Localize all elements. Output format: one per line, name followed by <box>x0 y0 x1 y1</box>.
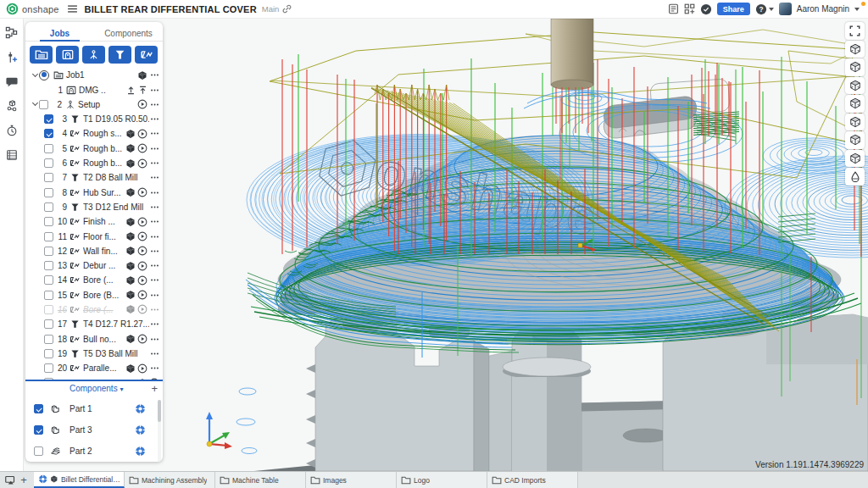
row-checkbox[interactable] <box>44 188 53 197</box>
sim-button[interactable] <box>125 129 136 139</box>
upload-button[interactable] <box>125 86 136 95</box>
row-checkbox[interactable] <box>44 114 53 124</box>
dots-button[interactable] <box>149 144 159 153</box>
view-cube-6-button[interactable] <box>845 131 865 149</box>
history-icon[interactable] <box>5 124 19 137</box>
play-button[interactable] <box>137 143 147 153</box>
doc-tab-1[interactable]: Machining Assembly <box>125 472 215 488</box>
dots-button[interactable] <box>149 100 159 109</box>
sim-button[interactable] <box>125 275 136 286</box>
job-row-16[interactable]: 16Bore (... <box>25 302 163 317</box>
job-row-8[interactable]: 8Hub Sur... <box>25 185 163 199</box>
buoy-icon[interactable] <box>135 446 146 457</box>
share-button[interactable]: Share <box>717 3 750 15</box>
sim-button[interactable] <box>125 158 136 169</box>
row-checkbox[interactable] <box>44 349 53 358</box>
help-menu[interactable]: ? <box>755 3 774 15</box>
link-icon[interactable] <box>282 4 292 14</box>
add-tab-button[interactable]: + <box>17 472 31 488</box>
doc-tab-5[interactable]: CAD Imports <box>487 472 578 488</box>
sim-button[interactable] <box>125 334 136 344</box>
fit-view-button[interactable] <box>845 22 865 40</box>
view-cube-1-button[interactable] <box>845 41 865 58</box>
job-row-17[interactable]: 17T4 D12.7 R1.27... <box>25 317 163 331</box>
row-checkbox[interactable] <box>44 144 53 153</box>
dots-button[interactable] <box>149 158 159 168</box>
view-cube-4-button[interactable] <box>845 95 865 113</box>
comment-icon[interactable] <box>5 75 19 88</box>
row-checkbox[interactable] <box>39 100 48 109</box>
play-button[interactable] <box>137 217 147 227</box>
dots-button[interactable] <box>149 363 159 373</box>
dots-button[interactable] <box>149 305 159 314</box>
view-cube-3-button[interactable] <box>845 77 865 95</box>
components-scrollbar[interactable] <box>158 400 161 462</box>
dots-button[interactable] <box>149 319 159 329</box>
dots-button[interactable] <box>149 114 159 124</box>
notes-icon[interactable] <box>5 148 19 162</box>
play-button[interactable] <box>137 99 147 109</box>
play-button[interactable] <box>137 129 147 139</box>
add-component-button[interactable]: + <box>151 382 158 395</box>
component-row-part-2[interactable]: Part 2 <box>25 441 163 462</box>
row-checkbox[interactable] <box>44 275 53 285</box>
doc-tab-4[interactable]: Logo <box>397 472 487 488</box>
row-checkbox[interactable] <box>44 291 53 300</box>
dots-button[interactable] <box>149 349 159 358</box>
dots-button[interactable] <box>149 217 159 226</box>
tab-jobs[interactable]: Jobs <box>25 25 94 41</box>
row-checkbox[interactable] <box>44 173 53 182</box>
dots-button[interactable] <box>149 86 159 95</box>
play-button[interactable] <box>137 231 147 241</box>
dots-button[interactable] <box>149 129 159 138</box>
job-folder-button[interactable] <box>30 46 53 64</box>
sim-button[interactable] <box>125 304 136 314</box>
row-checkbox[interactable] <box>44 305 53 314</box>
row-checkbox[interactable] <box>44 261 53 270</box>
dots-button[interactable] <box>149 188 159 197</box>
play-button[interactable] <box>137 246 147 256</box>
sim-button[interactable] <box>125 261 136 271</box>
job-row-3[interactable]: 3T1 D19.05 R0.50... <box>25 112 163 126</box>
job-row-10[interactable]: 10Finish ... <box>25 214 163 229</box>
job-row-4[interactable]: 4Rough s... <box>25 126 163 141</box>
row-checkbox[interactable] <box>44 129 53 138</box>
doc-tab-0[interactable]: Billet Differential Co... <box>34 472 125 488</box>
sim-button[interactable] <box>125 363 136 374</box>
tool-button[interactable] <box>108 46 131 64</box>
sync-status-icon[interactable] <box>700 3 712 15</box>
row-checkbox[interactable] <box>44 247 53 256</box>
sim-button[interactable] <box>125 143 136 153</box>
view-cube-7-button[interactable] <box>845 150 865 168</box>
play-button[interactable] <box>137 275 147 286</box>
row-checkbox[interactable] <box>44 232 53 241</box>
sim-button[interactable] <box>125 246 136 256</box>
component-row-part-3[interactable]: Part 3 <box>25 419 163 441</box>
view-cube-5-button[interactable] <box>845 114 865 131</box>
row-checkbox[interactable] <box>44 363 53 373</box>
row-checkbox[interactable] <box>44 158 53 168</box>
dots-button[interactable] <box>149 291 159 300</box>
component-row-part-1[interactable]: Part 1 <box>25 398 163 419</box>
job-row-15[interactable]: 15Bore (B... <box>25 288 163 302</box>
play-button[interactable] <box>137 304 147 314</box>
row-checkbox[interactable] <box>44 319 53 329</box>
job-row-12[interactable]: 12Wall fin... <box>25 244 163 258</box>
job-row-14[interactable]: 14Bore (... <box>25 273 163 287</box>
component-checkbox[interactable] <box>34 446 43 456</box>
job-row-21[interactable] <box>25 375 163 380</box>
components-header-label[interactable]: Components ▾ <box>42 384 151 393</box>
setup-button[interactable] <box>82 46 105 64</box>
row-checkbox[interactable] <box>44 202 53 212</box>
collapse-caret-icon[interactable] <box>31 103 39 105</box>
view-cube-2-button[interactable] <box>845 58 865 76</box>
buoy-icon[interactable] <box>135 403 146 414</box>
dots-button[interactable] <box>149 335 159 344</box>
doc-tab-2[interactable]: Machine Table <box>215 472 306 488</box>
job-row-18[interactable]: 18Bull no... <box>25 331 163 346</box>
sim-button[interactable] <box>125 187 136 197</box>
post-machine-button[interactable] <box>56 46 79 64</box>
sim-button[interactable] <box>137 378 147 380</box>
dots-button[interactable] <box>149 247 159 256</box>
sim-button[interactable] <box>125 217 136 227</box>
